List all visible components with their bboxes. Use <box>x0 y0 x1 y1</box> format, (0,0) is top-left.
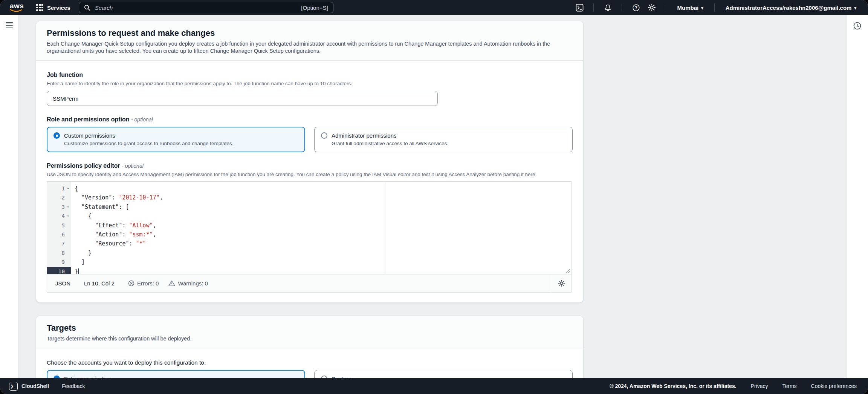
search-icon <box>84 5 90 11</box>
editor-cursor-position: Ln 10, Col 2 <box>84 280 115 287</box>
radio-unselected-icon[interactable] <box>321 376 327 378</box>
clock-icon <box>853 21 862 30</box>
gear-icon <box>648 3 656 12</box>
optional-suffix: - optional <box>122 163 144 169</box>
search-shortcut-hint: [Option+S] <box>301 5 328 11</box>
hamburger-menu-icon[interactable] <box>6 22 13 28</box>
radio-unselected-icon[interactable] <box>321 132 327 139</box>
page-content: Permissions to request and make changes … <box>36 15 584 378</box>
privacy-link[interactable]: Privacy <box>751 383 768 389</box>
editor-settings-button[interactable] <box>551 274 572 292</box>
cloudshell-footer-button[interactable]: ❯_ CloudShell <box>9 382 49 391</box>
question-circle-icon: ? <box>632 4 640 12</box>
targets-title: Targets <box>47 323 573 333</box>
tile-administrator-permissions[interactable]: Administrator permissions Grant full adm… <box>314 127 573 152</box>
page-title: Permissions to request and make changes <box>47 28 573 38</box>
notifications-button[interactable] <box>600 0 616 15</box>
topbar-right: ? Mumbai ▾ <box>572 0 868 15</box>
settings-button[interactable] <box>644 0 660 15</box>
account-label: AdministratorAccess/rakeshn2006@gmail.co… <box>726 5 852 11</box>
console-footer: ❯_ CloudShell Feedback © 2024, Amazon We… <box>0 378 868 394</box>
warning-triangle-icon <box>168 280 175 287</box>
policy-editor-label: Permissions policy editor - optional <box>47 163 573 169</box>
cloudshell-icon: ❯_ <box>9 382 18 391</box>
permissions-body: Job function Enter a name to identify th… <box>36 61 583 302</box>
role-options-label: Role and permissions option - optional <box>47 116 573 123</box>
error-circle-icon <box>128 280 134 287</box>
copyright-text: © 2024, Amazon Web Services, Inc. or its… <box>610 383 736 389</box>
permissions-header: Permissions to request and make changes … <box>36 21 583 61</box>
topbar-divider <box>666 3 666 12</box>
search-input[interactable] <box>94 4 298 11</box>
optional-suffix: - optional <box>131 117 153 123</box>
editor-resize-handle[interactable] <box>565 268 570 273</box>
editor-code[interactable]: { "Version": "2012-10-17", "Statement": … <box>71 182 572 274</box>
services-grid-icon <box>36 4 43 11</box>
permissions-description: Each Change Manager Quick Setup configur… <box>47 40 571 55</box>
services-label: Services <box>47 5 70 11</box>
editor-gear-icon <box>558 280 565 287</box>
services-menu-button[interactable]: Services <box>36 4 70 11</box>
region-label: Mumbai <box>677 5 698 11</box>
footer-left: ❯_ CloudShell Feedback <box>0 382 85 391</box>
terms-link[interactable]: Terms <box>782 383 796 389</box>
chevron-down-icon: ▾ <box>854 6 856 10</box>
job-function-help: Enter a name to identify the role in you… <box>47 80 571 87</box>
targets-description: Targets determine where this configurati… <box>47 335 571 342</box>
aws-logo[interactable]: aws <box>10 3 24 12</box>
region-selector[interactable]: Mumbai ▾ <box>672 5 708 11</box>
editor-errors: Errors: 0 <box>128 280 159 287</box>
topbar-divider <box>622 3 622 12</box>
tile-entire-organization[interactable]: Entire organization <box>47 370 305 378</box>
topbar-left: aws Services [Option+S] <box>0 2 333 13</box>
role-options-tiles: Custom permissions Customize permissions… <box>47 127 573 152</box>
topbar-divider <box>593 3 594 12</box>
cloudshell-topbar-button[interactable] <box>572 0 587 15</box>
target-options-tiles: Entire organization Custom <box>47 370 573 378</box>
svg-text:?: ? <box>635 5 637 10</box>
recent-visits-button[interactable] <box>852 20 863 31</box>
chevron-down-icon: ▾ <box>701 6 703 10</box>
editor-main: 1▾23▾4▾5678910 { "Version": "2012-10-17"… <box>47 182 572 274</box>
json-code-editor: 1▾23▾4▾5678910 { "Version": "2012-10-17"… <box>47 181 572 293</box>
feedback-button[interactable]: Feedback <box>62 383 85 389</box>
targets-header: Targets Targets determine where this con… <box>36 316 583 348</box>
policy-editor-help: Use JSON to specify Identity and Access … <box>47 171 571 178</box>
targets-container: Targets Targets determine where this con… <box>36 316 584 378</box>
permissions-container: Permissions to request and make changes … <box>36 21 584 303</box>
editor-warnings: Warnings: 0 <box>168 280 208 287</box>
tools-panel-rail <box>846 15 868 378</box>
tile-custom-permissions[interactable]: Custom permissions Customize permissions… <box>47 127 305 152</box>
radio-selected-icon[interactable] <box>53 376 60 378</box>
editor-gutter[interactable]: 1▾23▾4▾5678910 <box>47 182 71 274</box>
job-function-field: Job function Enter a name to identify th… <box>47 72 573 106</box>
footer-right: © 2024, Amazon Web Services, Inc. or its… <box>610 383 868 389</box>
accounts-label: Choose the accounts you want to deploy t… <box>47 359 573 366</box>
cookie-preferences-link[interactable]: Cookie preferences <box>811 383 857 389</box>
job-function-input[interactable] <box>47 91 438 106</box>
help-button[interactable]: ? <box>628 0 644 15</box>
top-navigation-bar: aws Services [Option+S] <box>0 0 868 15</box>
targets-body: Choose the accounts you want to deploy t… <box>36 348 583 378</box>
topbar-divider <box>714 3 715 12</box>
radio-selected-icon[interactable] <box>53 132 60 139</box>
topbar-divider <box>30 3 30 12</box>
editor-language: JSON <box>55 280 70 287</box>
main-area: Permissions to request and make changes … <box>0 15 868 378</box>
aws-console-window: aws Services [Option+S] <box>0 0 868 394</box>
role-options-group: Role and permissions option - optional C… <box>47 116 573 152</box>
bell-icon <box>604 4 612 12</box>
policy-editor-group: Permissions policy editor - optional Use… <box>47 163 573 293</box>
cloudshell-terminal-icon <box>576 4 584 12</box>
aws-smile-icon <box>10 9 23 12</box>
account-menu[interactable]: AdministratorAccess/rakeshn2006@gmail.co… <box>721 5 861 11</box>
job-function-label: Job function <box>47 72 573 78</box>
editor-status-bar: JSON Ln 10, Col 2 Errors: 0 <box>47 274 572 292</box>
tile-custom-target[interactable]: Custom <box>314 370 573 378</box>
side-navigation-rail <box>0 15 18 378</box>
global-search-box[interactable]: [Option+S] <box>79 2 333 13</box>
